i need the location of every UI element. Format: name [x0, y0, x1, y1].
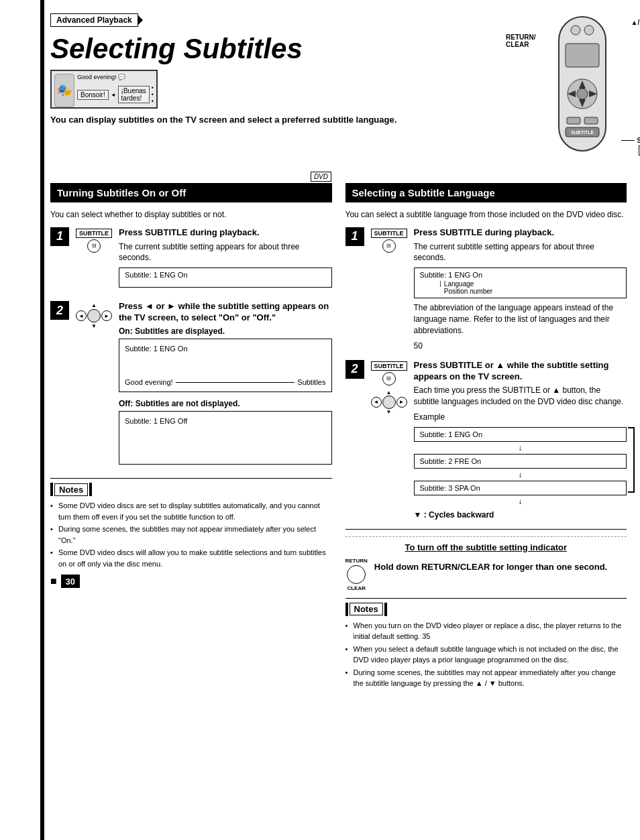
arrows-label: ▲/▼/◄/► — [631, 19, 640, 26]
screen-off-box: Subtitle: 1 ENG Off — [119, 411, 332, 465]
page-container: Advanced Playback Selecting Subtitles 🎭 … — [0, 0, 640, 840]
example-label: Example — [414, 412, 627, 423]
svg-rect-12 — [567, 117, 580, 124]
good-evening-row: Good evening! Subtitles — [125, 378, 326, 386]
right-notes-border-right — [384, 603, 387, 616]
tv-illustration: 🎭 Good evening! 💬 Bonsoir! ◄ ¡Buenas tar… — [50, 70, 158, 109]
right-step-1-icon: SUBTITLE ⊟ — [371, 229, 407, 253]
screen-fre: Subtitle: 2 FRE On — [414, 454, 627, 469]
right-screen-1-text: Subtitle: 1 ENG On — [420, 271, 621, 279]
right-step-2-number: 2 — [345, 360, 364, 379]
left-step-1-number: 1 — [50, 227, 69, 246]
left-note-1: Some DVD video discs are set to display … — [50, 500, 332, 522]
right-step-1-content: Press SUBTITLE during playback. The curr… — [414, 227, 627, 351]
dvd-label-left: DVD — [50, 172, 331, 180]
left-notes-section: Notes Some DVD video discs are set to di… — [50, 478, 332, 569]
left-step-2-icon: ▲ ◄ ► ▼ — [76, 302, 112, 329]
right-notes-title: Notes — [350, 603, 383, 615]
right-notes-border-left — [345, 603, 348, 616]
right-notes-header: Notes — [345, 603, 627, 616]
right-step-1-screen: Subtitle: 1 ENG On | Language Position n… — [414, 267, 627, 298]
subtitle-icon-1: SUBTITLE — [76, 229, 112, 238]
subtitle-icon-r2: SUBTITLE — [371, 361, 407, 371]
advanced-playback-tag: Advanced Playback — [50, 13, 138, 27]
left-notes-title: Notes — [54, 483, 88, 496]
subtitle-circle-r2: ⊟ — [382, 372, 396, 385]
svg-rect-13 — [584, 117, 598, 124]
nav-center-r2 — [382, 396, 396, 409]
nav-center-btn — [87, 309, 101, 322]
left-border-decoration — [40, 0, 44, 840]
subtitle-icon-r1: SUBTITLE — [371, 229, 407, 238]
page-num-box: 30 — [61, 575, 80, 588]
right-column: Selecting a Subtitle Language You can se… — [345, 183, 627, 691]
page-num-text: 30 — [65, 577, 74, 587]
separator — [345, 529, 627, 530]
right-note-2: When you select a default subtitle langu… — [345, 644, 627, 666]
svg-text:SUBTITLE: SUBTITLE — [571, 130, 594, 135]
left-step-1-content: Press SUBTITLE during playback. The curr… — [119, 227, 332, 292]
right-note-1: When you turn on the DVD video player or… — [345, 620, 627, 642]
right-step-2-icon: SUBTITLE ⊟ ▲ ◄ ► ▼ — [371, 361, 407, 415]
return-clear-label: RETURN/CLEAR — [506, 34, 535, 48]
nav-right-btn: ► — [101, 310, 112, 321]
page-title: Selecting Subtitles — [50, 34, 492, 64]
left-step-1-icon: SUBTITLE ⊟ — [76, 229, 112, 253]
left-step-1-title: Press SUBTITLE during playback. — [119, 227, 332, 239]
clear-small-label: CLEAR — [347, 585, 366, 591]
remote-illustration-area: RETURN/CLEAR — [506, 13, 627, 166]
cycle-bracket — [628, 427, 635, 493]
screen-on-box: Subtitle: 1 ENG On Good evening! Subtitl… — [119, 339, 332, 392]
subtitle-circle-1: ⊟ — [87, 239, 101, 253]
remote-svg: SUBTITLE — [539, 13, 626, 161]
notes-border-right — [89, 483, 92, 496]
right-step-1-screen-area: Subtitle: 1 ENG On | Language Position n… — [414, 267, 627, 298]
return-button-area: RETURN CLEAR Hold down RETURN/CLEAR for … — [345, 558, 627, 591]
left-section-desc: You can select whether to display subtit… — [50, 209, 332, 221]
left-step-2: 2 ▲ ◄ ► ▼ — [50, 301, 332, 469]
screen-on-text: Subtitle: 1 ENG On — [125, 345, 326, 353]
subtitle-bonsoir: Bonsoir! — [77, 90, 109, 100]
left-notes-list: Some DVD video discs are set to display … — [50, 500, 332, 569]
right-note-3: During some scenes, the subtitles may no… — [345, 667, 627, 689]
subtitles-footer-label: Subtitles — [297, 378, 325, 386]
good-evening-line — [176, 382, 295, 383]
notes-border-left — [50, 483, 53, 496]
subtitle-remote-label: SUBTITLE — [621, 137, 640, 144]
left-step-1: 1 SUBTITLE ⊟ Press SUBTITLE during playb… — [50, 227, 332, 292]
abbrev-note: The abbreviation of the language appears… — [414, 302, 627, 336]
subtitle-circle-r1: ⊟ — [382, 239, 396, 253]
left-step-1-screen: Subtitle: 1 ENG On — [119, 267, 332, 288]
left-note-2: During some scenes, the subtitles may no… — [50, 524, 332, 546]
screen-eng: Subtitle: 1 ENG On — [414, 427, 627, 442]
main-content: Turning Subtitles On or Off You can sele… — [50, 183, 627, 691]
right-step-2-content: Press SUBTITLE or ▲ while the subtitle s… — [414, 360, 627, 520]
main-description: You can display subtitles on the TV scre… — [50, 114, 492, 126]
return-circle — [347, 565, 366, 584]
left-step-2-number: 2 — [50, 301, 69, 320]
right-step-1-title: Press SUBTITLE during playback. — [414, 227, 627, 239]
left-column: Turning Subtitles On or Off You can sele… — [50, 183, 332, 691]
right-step-2: 2 SUBTITLE ⊟ ▲ ◄ ► ▼ — [345, 360, 627, 520]
screen-off-text: Subtitle: 1 ENG Off — [125, 417, 326, 425]
svg-point-9 — [577, 88, 588, 99]
right-step-1-desc: The current subtitle setting appears for… — [414, 241, 627, 264]
nav-left-btn: ◄ — [76, 310, 87, 321]
arrow-down-2: ↓ — [414, 470, 627, 479]
arrow-down-1: ↓ — [414, 443, 627, 453]
right-notes-list: When you turn on the DVD video player or… — [345, 620, 627, 689]
page-number-area: ■ 30 — [50, 575, 332, 588]
right-notes-section: Notes When you turn on the DVD video pla… — [345, 598, 627, 689]
left-note-3: Some DVD video discs will allow you to m… — [50, 547, 332, 569]
svg-point-2 — [584, 25, 594, 35]
svg-point-1 — [571, 25, 580, 35]
left-step-2-title: Press ◄ or ► while the subtitle setting … — [119, 301, 332, 324]
page-ref-50: 50 — [414, 341, 423, 351]
arrow-down-3: ↓ — [414, 497, 627, 506]
content-area: Advanced Playback Selecting Subtitles 🎭 … — [50, 0, 627, 691]
off-label: Off: Subtitles are not displayed. — [119, 399, 332, 408]
cycling-screens: Subtitle: 1 ENG On ↓ Subtitle: 2 FRE On … — [414, 427, 627, 506]
header-section: Advanced Playback Selecting Subtitles 🎭 … — [50, 13, 627, 166]
turn-off-title: To turn off the subtitle setting indicat… — [345, 542, 627, 552]
position-label: Position number — [444, 288, 492, 295]
